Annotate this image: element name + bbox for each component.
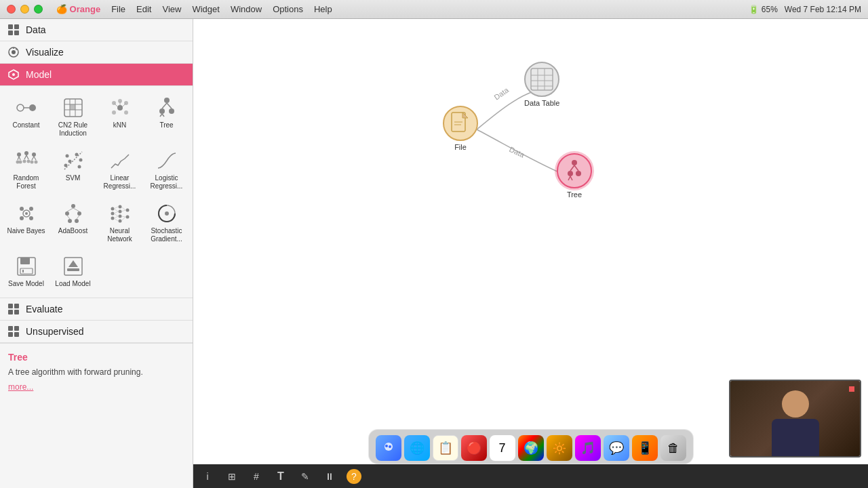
svg-point-10 <box>17 104 24 111</box>
file-node[interactable]: File <box>443 106 478 151</box>
tree-node-circle <box>557 153 592 188</box>
minimize-button[interactable] <box>20 5 29 14</box>
unsupervised-label: Unsupervised <box>26 326 84 337</box>
toolbar-select[interactable]: ⊞ <box>224 469 239 484</box>
svg-point-79 <box>125 209 129 212</box>
dock-finder[interactable] <box>376 435 401 461</box>
widget-random-forest[interactable]: Random Forest <box>4 144 48 195</box>
svg-point-77 <box>118 215 121 218</box>
menu-edit[interactable]: Edit <box>136 4 151 14</box>
widget-save-model[interactable]: Save Model <box>4 250 48 292</box>
ada-label: AdaBoost <box>58 227 87 235</box>
svg-line-89 <box>121 216 125 217</box>
svg-line-29 <box>162 103 167 108</box>
logr-label: Logistic Regressi... <box>146 174 187 190</box>
widget-constant[interactable]: Constant <box>4 92 48 142</box>
constant-icon <box>14 96 39 120</box>
sidebar-item-visualize[interactable]: Visualize <box>0 41 193 64</box>
svg-point-31 <box>159 108 165 114</box>
menu-help[interactable]: Help <box>314 4 332 14</box>
widget-svm[interactable]: SVM <box>51 144 95 195</box>
svg-point-43 <box>22 160 26 163</box>
dock-trash[interactable]: 🗑 <box>660 435 686 461</box>
widget-knn[interactable]: kNN <box>98 92 142 142</box>
svg-point-124 <box>576 171 581 176</box>
toolbar-info[interactable]: i <box>200 469 215 484</box>
svg-point-128 <box>385 445 388 447</box>
svg-rect-106 <box>8 332 13 337</box>
widget-stochastic-gradient[interactable]: Stochastic Gradient... <box>144 197 189 247</box>
widget-load-model[interactable]: Load Model <box>51 250 95 292</box>
svg-point-65 <box>77 211 81 216</box>
canvas-area[interactable]: Data Data File <box>193 19 868 488</box>
menu-widget[interactable]: Widget <box>192 4 219 14</box>
nn-icon <box>108 201 132 226</box>
svg-line-84 <box>114 214 118 216</box>
info-more-link[interactable]: more... <box>8 382 184 392</box>
widget-linear-regression[interactable]: Linear Regressi... <box>98 144 142 195</box>
svg-line-71 <box>77 216 79 219</box>
toolbar-help[interactable]: ? <box>347 469 361 484</box>
svg-point-50 <box>65 155 68 158</box>
svg-point-44 <box>26 160 30 163</box>
dock-torchlight[interactable]: 🔆 <box>547 435 572 461</box>
toolbar-draw[interactable]: ✎ <box>298 469 313 484</box>
dock-app1[interactable]: 🔴 <box>461 435 487 461</box>
sidebar-item-unsupervised[interactable]: Unsupervised <box>0 321 193 343</box>
svm-icon <box>61 148 85 173</box>
nb-label: Naive Bayes <box>7 227 45 235</box>
dock-messages[interactable]: 💬 <box>604 435 629 461</box>
svg-point-60 <box>29 216 33 220</box>
dock-notes[interactable]: 📋 <box>433 435 458 461</box>
svg-point-51 <box>68 160 71 163</box>
svg-point-48 <box>30 161 33 164</box>
file-node-label: File <box>454 143 467 151</box>
toolbar-pause[interactable]: ⏸ <box>322 469 337 484</box>
svg-rect-114 <box>531 68 553 90</box>
dock-browser[interactable]: 🌍 <box>518 435 544 461</box>
window-controls[interactable] <box>7 5 43 14</box>
menu-view[interactable]: View <box>162 4 181 14</box>
svg-point-66 <box>68 219 72 223</box>
svg-rect-99 <box>67 268 79 271</box>
dock-app2[interactable]: 7 <box>490 435 515 461</box>
knn-label: kNN <box>113 121 126 129</box>
widget-logistic-regression[interactable]: Logistic Regressi... <box>144 144 189 195</box>
tree-node[interactable]: Tree <box>557 153 592 199</box>
menu-options[interactable]: Options <box>273 4 303 14</box>
svg-line-83 <box>114 211 118 214</box>
unsupervised-icon <box>7 325 20 338</box>
close-button[interactable] <box>7 5 16 14</box>
widget-neural-network[interactable]: Neural Network <box>98 197 142 247</box>
widget-cn2[interactable]: CN2 Rule Induction <box>51 92 95 142</box>
info-title: Tree <box>8 352 184 363</box>
model-icon <box>7 68 20 81</box>
dock-app3[interactable]: 📱 <box>632 435 658 461</box>
toolbar-hash[interactable]: # <box>249 469 264 484</box>
info-panel: Tree A tree algorithm with forward pruni… <box>0 343 193 488</box>
widget-naive-bayes[interactable]: Naive Bayes <box>4 197 48 247</box>
sidebar-item-data[interactable]: Data <box>0 19 193 41</box>
svg-point-73 <box>111 212 114 216</box>
data-table-node[interactable]: Data Table <box>524 62 559 107</box>
save-icon <box>14 254 39 279</box>
titlebar: 🍊 Orange File Edit View Widget Window Op… <box>0 0 868 19</box>
svg-line-126 <box>570 176 572 180</box>
dock-music[interactable]: 🎵 <box>575 435 601 461</box>
dock-wifi[interactable]: 🌐 <box>404 435 430 461</box>
toolbar-text[interactable]: T <box>273 469 288 484</box>
sidebar-item-model[interactable]: Model <box>0 64 193 86</box>
save-model-label: Save Model <box>8 280 44 288</box>
svg-text:Data: Data <box>492 85 511 102</box>
widget-adaboost[interactable]: AdaBoost <box>51 197 95 247</box>
sidebar-item-evaluate[interactable]: Evaluate <box>0 298 193 321</box>
svg-point-49 <box>34 161 37 164</box>
svg-point-59 <box>20 216 24 220</box>
menu-window[interactable]: Window <box>231 4 262 14</box>
menu-file[interactable]: File <box>111 4 125 14</box>
menu-bar[interactable]: 🍊 Orange File Edit View Widget Window Op… <box>56 4 332 14</box>
nn-label: Neural Network <box>99 227 140 243</box>
widget-tree[interactable]: Tree <box>144 92 189 142</box>
load-model-label: Load Model <box>55 280 90 288</box>
maximize-button[interactable] <box>34 5 43 14</box>
